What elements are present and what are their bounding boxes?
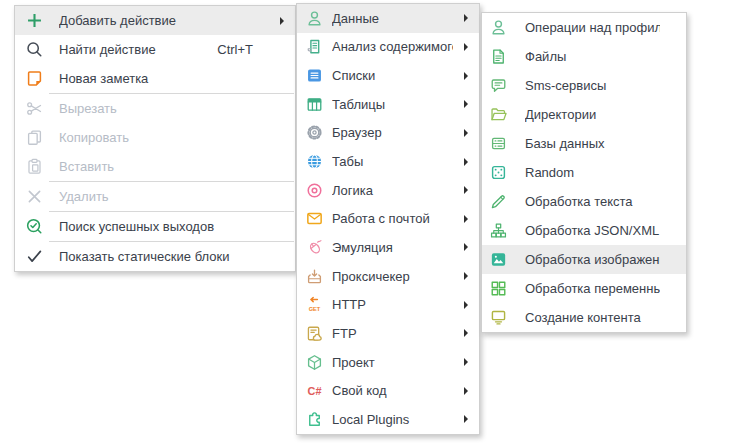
logic-icon — [304, 180, 324, 200]
menu-item-label: Вставить — [59, 159, 269, 174]
image-icon — [488, 250, 508, 270]
dice-icon — [488, 163, 508, 183]
file-icon — [488, 47, 508, 67]
mail-icon — [304, 209, 324, 229]
note-icon — [24, 69, 44, 89]
plus-icon — [24, 11, 44, 31]
menu-item-label: Копировать — [59, 130, 269, 145]
submenu-arrow-icon — [464, 72, 468, 80]
menu-item-label: Вырезать — [59, 101, 269, 116]
menu-item-add-action[interactable]: Добавить действие — [15, 6, 295, 35]
menu-item-label: Local Plugins — [332, 412, 453, 427]
menu-item-label: Проект — [332, 355, 453, 370]
csharp-icon: C# — [304, 381, 324, 401]
menu-item-show-static-blocks[interactable]: Показать статические блоки — [15, 242, 295, 271]
menu-item-label: Random — [525, 165, 660, 180]
menu-item-variables-processing[interactable]: Обработка переменных — [482, 274, 686, 303]
submenu-arrow-icon — [464, 186, 468, 194]
grid-icon — [488, 279, 508, 299]
pencil-icon — [488, 192, 508, 212]
menu-item-find-action[interactable]: Найти действиеCtrl+T — [15, 35, 295, 64]
menu-item-text-processing[interactable]: Обработка текста — [482, 187, 686, 216]
submenu-arrow-icon — [464, 215, 468, 223]
menu-item-databases[interactable]: Базы данных — [482, 129, 686, 158]
menu-item-directories[interactable]: Директории — [482, 100, 686, 129]
menu-item-label: Списки — [332, 68, 453, 83]
submenu-arrow-icon — [464, 243, 468, 251]
menu-item-label: Обработка текста — [525, 194, 660, 209]
submenu-arrow-icon — [464, 100, 468, 108]
menu-item-label: Свой код — [332, 383, 453, 398]
menu-item-sms-services[interactable]: Sms-сервисы — [482, 71, 686, 100]
menu-item-random[interactable]: Random — [482, 158, 686, 187]
globe-icon — [304, 152, 324, 172]
menu-item-proxychecker[interactable]: Проксичекер — [297, 262, 479, 291]
menu-item-lists[interactable]: Списки — [297, 61, 479, 90]
ftp-cloud-doc-icon — [304, 323, 324, 343]
copy-icon — [24, 128, 44, 148]
menu-item-tabs[interactable]: Табы — [297, 147, 479, 176]
menu-item-tables[interactable]: Таблицы — [297, 90, 479, 119]
plugin-icon — [304, 409, 324, 429]
content-analysis-icon — [304, 37, 324, 57]
list-icon — [304, 66, 324, 86]
menu-item-label: Файлы — [525, 49, 660, 64]
menu-item-label: Логика — [332, 183, 453, 198]
submenu-arrow-icon — [464, 43, 468, 51]
menu-item-emulation[interactable]: Эмуляция — [297, 233, 479, 262]
menu-item-label: Директории — [525, 107, 660, 122]
menu-item-local-plugins[interactable]: Local Plugins — [297, 405, 479, 434]
menu-item-label: Анализ содержимого — [332, 39, 453, 54]
menu-item-files[interactable]: Файлы — [482, 42, 686, 71]
menu-item-copy: Копировать — [15, 123, 295, 152]
menu-item-content-analysis[interactable]: Анализ содержимого — [297, 33, 479, 62]
svg-text:C#: C# — [307, 385, 321, 397]
mouse-icon — [304, 237, 324, 257]
svg-text:GET: GET — [308, 307, 320, 313]
menu-item-email-work[interactable]: Работа с почтой — [297, 204, 479, 233]
menu-item-label: Найти действие — [59, 42, 217, 57]
menu-item-label: Sms-сервисы — [525, 78, 660, 93]
submenu-arrow-icon — [464, 272, 468, 280]
menu-item-image-processing[interactable]: Обработка изображений — [482, 245, 686, 274]
data-submenu: Операции над профилемФайлыSms-сервисыДир… — [481, 12, 687, 333]
monitor-icon — [488, 308, 508, 328]
menu-item-data[interactable]: Данные — [297, 4, 479, 33]
menu-item-browser[interactable]: Браузер — [297, 119, 479, 148]
menu-item-json-xml-processing[interactable]: Обработка JSON/XML — [482, 216, 686, 245]
submenu-arrow-icon — [464, 14, 468, 22]
menu-item-label: Обработка переменных — [525, 281, 660, 296]
menu-item-http[interactable]: GETHTTP — [297, 290, 479, 319]
paste-icon — [24, 157, 44, 177]
menu-item-project[interactable]: Проект — [297, 348, 479, 377]
user-icon — [488, 18, 508, 38]
menu-item-content-creation[interactable]: Создание контента — [482, 303, 686, 332]
menu-item-logic[interactable]: Логика — [297, 176, 479, 205]
folder-icon — [488, 105, 508, 125]
menu-item-label: Добавить действие — [59, 13, 269, 28]
search-icon — [24, 40, 44, 60]
submenu-arrow-icon — [464, 329, 468, 337]
submenu-arrow-icon — [464, 358, 468, 366]
menu-item-label: Операции над профилем — [525, 20, 660, 35]
proxy-inbox-icon — [304, 266, 324, 286]
menu-item-search-success-exits[interactable]: Поиск успешных выходов — [15, 212, 295, 241]
menu-item-label: Обработка изображений — [525, 252, 660, 267]
menu-item-label: Эмуляция — [332, 240, 453, 255]
scissors-icon — [24, 99, 44, 119]
menu-item-label: Новая заметка — [59, 71, 269, 86]
tree-icon — [488, 221, 508, 241]
menu-item-profile-operations[interactable]: Операции над профилем — [482, 13, 686, 42]
menu-item-label: Данные — [332, 11, 453, 26]
menu-item-ftp[interactable]: FTP — [297, 319, 479, 348]
menu-item-label: Таблицы — [332, 97, 453, 112]
menu-item-new-note[interactable]: Новая заметка — [15, 64, 295, 93]
submenu-arrow-icon — [464, 158, 468, 166]
gear-icon — [304, 123, 324, 143]
menu-item-label: Поиск успешных выходов — [59, 219, 269, 234]
menu-item-label: Браузер — [332, 125, 453, 140]
search-success-icon — [24, 217, 44, 237]
menu-item-own-code[interactable]: C#Свой код — [297, 376, 479, 405]
menu-item-label: Показать статические блоки — [59, 249, 269, 264]
submenu-arrow-icon — [464, 129, 468, 137]
